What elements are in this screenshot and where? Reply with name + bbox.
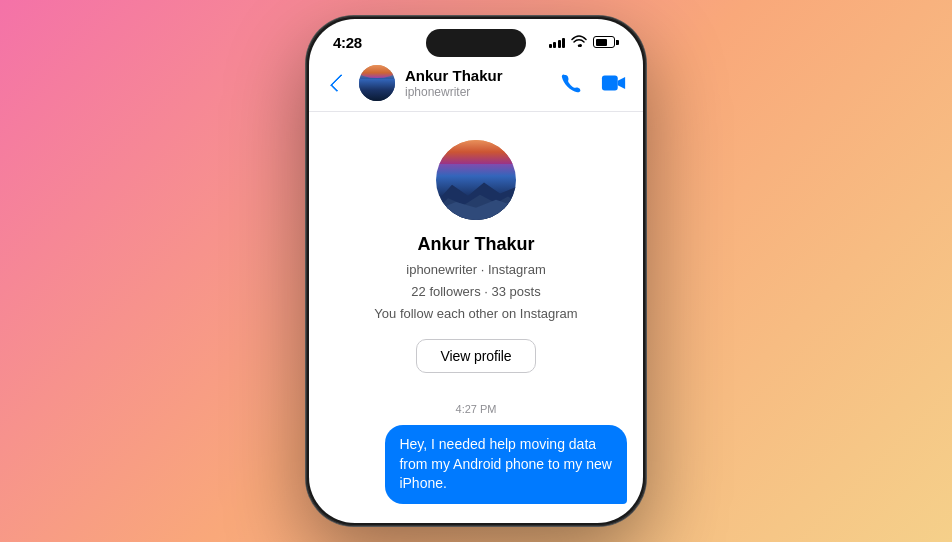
battery-icon (593, 36, 619, 48)
phone-call-button[interactable] (561, 72, 583, 94)
video-call-button[interactable] (601, 72, 627, 94)
phone-screen: 4:28 (309, 19, 643, 523)
profile-mutual-follow: You follow each other on Instagram (374, 306, 577, 321)
profile-avatar (436, 140, 516, 220)
nav-text-group: Ankur Thakur iphonewriter (405, 67, 503, 99)
messages-area: 4:27 PM Hey, I needed help moving data f… (309, 393, 643, 516)
back-button[interactable] (325, 69, 353, 97)
nav-avatar (359, 65, 395, 101)
wifi-icon (571, 33, 587, 51)
profile-username-platform: iphonewriter · Instagram (406, 262, 545, 277)
nav-contact-name: Ankur Thakur (405, 67, 503, 85)
dynamic-island (426, 29, 526, 57)
nav-bar: Ankur Thakur iphonewriter (309, 59, 643, 112)
profile-followers-posts: 22 followers · 33 posts (411, 284, 540, 299)
profile-card: Ankur Thakur iphonewriter · Instagram 22… (309, 112, 643, 393)
profile-meta: iphonewriter · Instagram 22 followers · … (374, 259, 577, 325)
view-profile-button[interactable]: View profile (416, 339, 537, 373)
nav-contact-username: iphonewriter (405, 85, 503, 99)
svg-point-0 (578, 45, 580, 47)
message-timestamp: 4:27 PM (325, 403, 627, 415)
phone-frame: 4:28 (306, 16, 646, 526)
nav-actions (561, 72, 627, 94)
profile-name: Ankur Thakur (417, 234, 534, 255)
status-icons (549, 33, 620, 51)
message-bubble: Hey, I needed help moving data from my A… (385, 425, 627, 504)
signal-icon (549, 36, 566, 48)
status-time: 4:28 (333, 34, 362, 51)
nav-profile[interactable]: Ankur Thakur iphonewriter (359, 65, 561, 101)
svg-rect-1 (602, 76, 618, 91)
